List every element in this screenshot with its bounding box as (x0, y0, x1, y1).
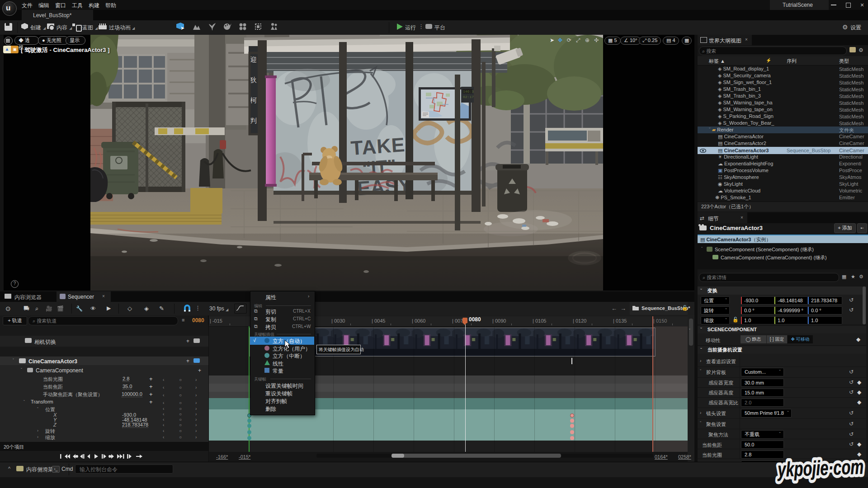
svg-text:ykpojie·com: ykpojie·com (777, 455, 864, 481)
